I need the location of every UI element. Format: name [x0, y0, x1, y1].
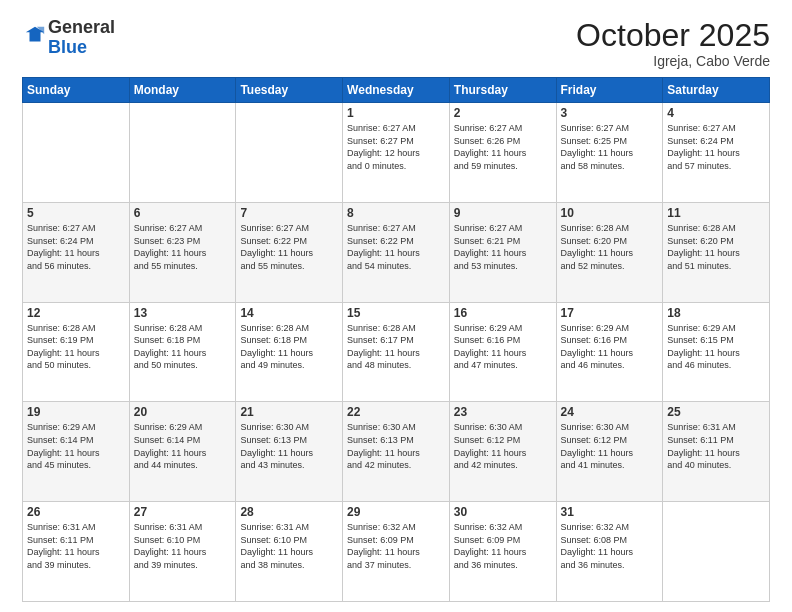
day-info: Sunrise: 6:32 AM Sunset: 6:09 PM Dayligh… — [454, 521, 552, 571]
logo-text: General Blue — [48, 18, 115, 58]
day-info: Sunrise: 6:30 AM Sunset: 6:12 PM Dayligh… — [454, 421, 552, 471]
calendar-cell: 28Sunrise: 6:31 AM Sunset: 6:10 PM Dayli… — [236, 502, 343, 602]
logo: General Blue — [22, 18, 115, 58]
day-number: 10 — [561, 206, 659, 220]
calendar-cell: 24Sunrise: 6:30 AM Sunset: 6:12 PM Dayli… — [556, 402, 663, 502]
day-info: Sunrise: 6:28 AM Sunset: 6:18 PM Dayligh… — [134, 322, 232, 372]
day-number: 9 — [454, 206, 552, 220]
day-number: 28 — [240, 505, 338, 519]
logo-icon — [24, 25, 46, 47]
logo-general: General — [48, 17, 115, 37]
calendar-week-2: 5Sunrise: 6:27 AM Sunset: 6:24 PM Daylig… — [23, 202, 770, 302]
calendar-weekday-saturday: Saturday — [663, 78, 770, 103]
day-info: Sunrise: 6:29 AM Sunset: 6:14 PM Dayligh… — [134, 421, 232, 471]
calendar-cell: 3Sunrise: 6:27 AM Sunset: 6:25 PM Daylig… — [556, 103, 663, 203]
day-number: 13 — [134, 306, 232, 320]
day-number: 4 — [667, 106, 765, 120]
day-number: 27 — [134, 505, 232, 519]
location-subtitle: Igreja, Cabo Verde — [576, 53, 770, 69]
calendar-cell — [129, 103, 236, 203]
day-number: 17 — [561, 306, 659, 320]
calendar-cell: 13Sunrise: 6:28 AM Sunset: 6:18 PM Dayli… — [129, 302, 236, 402]
day-number: 26 — [27, 505, 125, 519]
calendar-cell: 29Sunrise: 6:32 AM Sunset: 6:09 PM Dayli… — [343, 502, 450, 602]
day-number: 7 — [240, 206, 338, 220]
calendar-weekday-wednesday: Wednesday — [343, 78, 450, 103]
header: General Blue October 2025 Igreja, Cabo V… — [22, 18, 770, 69]
day-info: Sunrise: 6:27 AM Sunset: 6:27 PM Dayligh… — [347, 122, 445, 172]
calendar-cell: 21Sunrise: 6:30 AM Sunset: 6:13 PM Dayli… — [236, 402, 343, 502]
day-info: Sunrise: 6:27 AM Sunset: 6:22 PM Dayligh… — [347, 222, 445, 272]
day-number: 16 — [454, 306, 552, 320]
calendar-weekday-tuesday: Tuesday — [236, 78, 343, 103]
day-info: Sunrise: 6:28 AM Sunset: 6:19 PM Dayligh… — [27, 322, 125, 372]
day-number: 8 — [347, 206, 445, 220]
calendar-cell: 18Sunrise: 6:29 AM Sunset: 6:15 PM Dayli… — [663, 302, 770, 402]
day-info: Sunrise: 6:27 AM Sunset: 6:21 PM Dayligh… — [454, 222, 552, 272]
day-info: Sunrise: 6:29 AM Sunset: 6:15 PM Dayligh… — [667, 322, 765, 372]
calendar-week-3: 12Sunrise: 6:28 AM Sunset: 6:19 PM Dayli… — [23, 302, 770, 402]
calendar-weekday-monday: Monday — [129, 78, 236, 103]
day-info: Sunrise: 6:32 AM Sunset: 6:09 PM Dayligh… — [347, 521, 445, 571]
calendar-weekday-thursday: Thursday — [449, 78, 556, 103]
day-info: Sunrise: 6:31 AM Sunset: 6:11 PM Dayligh… — [27, 521, 125, 571]
day-info: Sunrise: 6:27 AM Sunset: 6:23 PM Dayligh… — [134, 222, 232, 272]
day-info: Sunrise: 6:27 AM Sunset: 6:26 PM Dayligh… — [454, 122, 552, 172]
day-info: Sunrise: 6:28 AM Sunset: 6:20 PM Dayligh… — [667, 222, 765, 272]
day-info: Sunrise: 6:30 AM Sunset: 6:12 PM Dayligh… — [561, 421, 659, 471]
calendar-cell: 7Sunrise: 6:27 AM Sunset: 6:22 PM Daylig… — [236, 202, 343, 302]
day-info: Sunrise: 6:28 AM Sunset: 6:18 PM Dayligh… — [240, 322, 338, 372]
calendar-cell: 25Sunrise: 6:31 AM Sunset: 6:11 PM Dayli… — [663, 402, 770, 502]
day-number: 25 — [667, 405, 765, 419]
day-number: 20 — [134, 405, 232, 419]
day-number: 29 — [347, 505, 445, 519]
calendar-week-1: 1Sunrise: 6:27 AM Sunset: 6:27 PM Daylig… — [23, 103, 770, 203]
day-info: Sunrise: 6:31 AM Sunset: 6:10 PM Dayligh… — [134, 521, 232, 571]
day-info: Sunrise: 6:32 AM Sunset: 6:08 PM Dayligh… — [561, 521, 659, 571]
day-info: Sunrise: 6:31 AM Sunset: 6:10 PM Dayligh… — [240, 521, 338, 571]
calendar-cell: 17Sunrise: 6:29 AM Sunset: 6:16 PM Dayli… — [556, 302, 663, 402]
calendar: SundayMondayTuesdayWednesdayThursdayFrid… — [22, 77, 770, 602]
day-info: Sunrise: 6:28 AM Sunset: 6:17 PM Dayligh… — [347, 322, 445, 372]
day-number: 23 — [454, 405, 552, 419]
day-number: 12 — [27, 306, 125, 320]
calendar-cell: 12Sunrise: 6:28 AM Sunset: 6:19 PM Dayli… — [23, 302, 130, 402]
day-number: 18 — [667, 306, 765, 320]
day-info: Sunrise: 6:29 AM Sunset: 6:16 PM Dayligh… — [561, 322, 659, 372]
calendar-cell: 20Sunrise: 6:29 AM Sunset: 6:14 PM Dayli… — [129, 402, 236, 502]
day-number: 14 — [240, 306, 338, 320]
calendar-cell — [236, 103, 343, 203]
calendar-cell: 10Sunrise: 6:28 AM Sunset: 6:20 PM Dayli… — [556, 202, 663, 302]
day-info: Sunrise: 6:31 AM Sunset: 6:11 PM Dayligh… — [667, 421, 765, 471]
calendar-cell: 8Sunrise: 6:27 AM Sunset: 6:22 PM Daylig… — [343, 202, 450, 302]
day-number: 11 — [667, 206, 765, 220]
day-info: Sunrise: 6:30 AM Sunset: 6:13 PM Dayligh… — [347, 421, 445, 471]
calendar-cell: 9Sunrise: 6:27 AM Sunset: 6:21 PM Daylig… — [449, 202, 556, 302]
day-number: 1 — [347, 106, 445, 120]
day-number: 24 — [561, 405, 659, 419]
day-number: 30 — [454, 505, 552, 519]
day-number: 5 — [27, 206, 125, 220]
day-info: Sunrise: 6:27 AM Sunset: 6:24 PM Dayligh… — [667, 122, 765, 172]
day-info: Sunrise: 6:28 AM Sunset: 6:20 PM Dayligh… — [561, 222, 659, 272]
calendar-cell: 5Sunrise: 6:27 AM Sunset: 6:24 PM Daylig… — [23, 202, 130, 302]
calendar-cell: 19Sunrise: 6:29 AM Sunset: 6:14 PM Dayli… — [23, 402, 130, 502]
calendar-cell: 15Sunrise: 6:28 AM Sunset: 6:17 PM Dayli… — [343, 302, 450, 402]
calendar-cell: 4Sunrise: 6:27 AM Sunset: 6:24 PM Daylig… — [663, 103, 770, 203]
calendar-header-row: SundayMondayTuesdayWednesdayThursdayFrid… — [23, 78, 770, 103]
day-number: 15 — [347, 306, 445, 320]
calendar-cell: 26Sunrise: 6:31 AM Sunset: 6:11 PM Dayli… — [23, 502, 130, 602]
calendar-cell: 16Sunrise: 6:29 AM Sunset: 6:16 PM Dayli… — [449, 302, 556, 402]
calendar-cell: 27Sunrise: 6:31 AM Sunset: 6:10 PM Dayli… — [129, 502, 236, 602]
month-title: October 2025 — [576, 18, 770, 53]
day-info: Sunrise: 6:29 AM Sunset: 6:14 PM Dayligh… — [27, 421, 125, 471]
day-number: 22 — [347, 405, 445, 419]
day-info: Sunrise: 6:29 AM Sunset: 6:16 PM Dayligh… — [454, 322, 552, 372]
calendar-weekday-friday: Friday — [556, 78, 663, 103]
day-info: Sunrise: 6:27 AM Sunset: 6:25 PM Dayligh… — [561, 122, 659, 172]
day-info: Sunrise: 6:30 AM Sunset: 6:13 PM Dayligh… — [240, 421, 338, 471]
calendar-cell: 31Sunrise: 6:32 AM Sunset: 6:08 PM Dayli… — [556, 502, 663, 602]
day-info: Sunrise: 6:27 AM Sunset: 6:22 PM Dayligh… — [240, 222, 338, 272]
day-number: 3 — [561, 106, 659, 120]
calendar-cell: 2Sunrise: 6:27 AM Sunset: 6:26 PM Daylig… — [449, 103, 556, 203]
